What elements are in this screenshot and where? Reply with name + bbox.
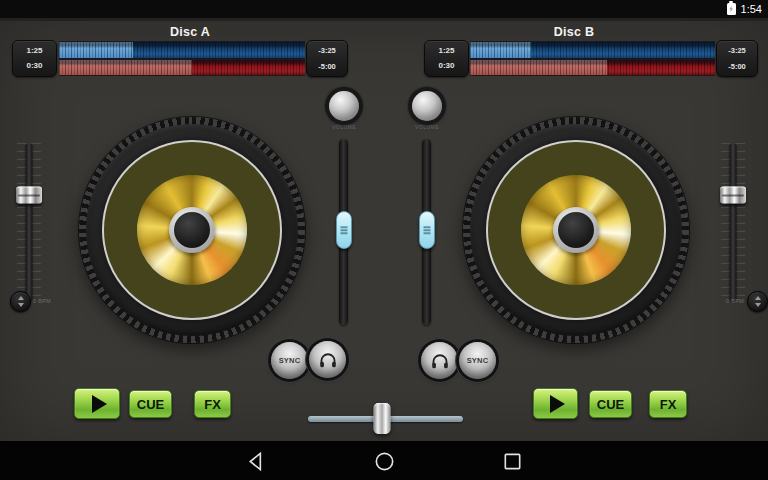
deck-a-title: Disc A xyxy=(110,25,270,39)
deck-b-fx-button[interactable]: FX xyxy=(649,390,687,418)
deck-b-spindle xyxy=(558,212,594,248)
deck-b-sync-label: SYNC xyxy=(467,356,489,365)
nav-back-button[interactable] xyxy=(244,449,268,473)
deck-a-volume-knob-label: VOLUME xyxy=(324,124,364,130)
deck-a-sync-label: SYNC xyxy=(279,356,301,365)
deck-a-pitch-slider[interactable] xyxy=(17,143,41,301)
deck-a-play-button[interactable] xyxy=(74,388,120,419)
deck-a-elapsed-time-display: 1:25 0:30 xyxy=(12,40,57,77)
deck-a-bpm-label: 0 BPM xyxy=(33,298,51,304)
deck-a-spindle xyxy=(174,212,210,248)
android-nav-bar xyxy=(0,441,768,480)
deck-b-volume-knob[interactable] xyxy=(412,91,442,121)
deck-b-disc-label-ring xyxy=(486,140,666,320)
deck-a-pitch-track xyxy=(26,143,33,301)
crossfader-handle[interactable] xyxy=(374,403,391,434)
deck-a-pitch-bend-button[interactable] xyxy=(10,291,31,312)
deck-b-volume-knob-label: VOLUME xyxy=(407,124,447,130)
play-triangle-icon xyxy=(550,395,565,413)
deck-b-volume-slider-handle[interactable] xyxy=(419,211,435,249)
deck-b-jog-wheel[interactable] xyxy=(463,117,689,343)
deck-b-sync-button[interactable]: SYNC xyxy=(459,342,496,379)
deck-b-elapsed-bottom: 0:30 xyxy=(438,62,454,70)
home-circle-icon xyxy=(373,450,396,473)
deck-b-bpm-label: 0 BPM xyxy=(710,298,744,304)
deck-a-pitch-handle[interactable] xyxy=(16,187,42,204)
chevron-up-icon xyxy=(755,296,761,300)
deck-b-platter xyxy=(470,124,682,336)
deck-b-remaining-time-display: -3:25 -5:00 xyxy=(716,40,758,77)
mixer-surface: Disc A Disc B 1:25 0:30 -3:25 -5:00 1:25… xyxy=(0,21,768,441)
nav-recents-button[interactable] xyxy=(500,449,524,473)
deck-a-waveform-top-played xyxy=(59,42,133,58)
deck-b-pitch-handle[interactable] xyxy=(720,187,746,204)
battery-charging-icon xyxy=(727,3,736,15)
deck-b-volume-slider[interactable] xyxy=(422,139,431,325)
deck-a-remaining-time-display: -3:25 -5:00 xyxy=(306,40,348,77)
deck-a-elapsed-bottom: 0:30 xyxy=(26,62,42,70)
deck-a-volume-slider-handle[interactable] xyxy=(336,211,352,249)
recents-square-icon xyxy=(501,450,524,473)
deck-a-remaining-bottom: -5:00 xyxy=(318,63,336,71)
crossfader[interactable] xyxy=(308,403,463,434)
deck-b-title: Disc B xyxy=(494,25,654,39)
deck-b-waveform-top-played xyxy=(470,42,531,58)
deck-b-play-button[interactable] xyxy=(533,388,578,419)
deck-b-headphones-button[interactable] xyxy=(421,342,458,379)
deck-b-pitch-track xyxy=(730,143,737,301)
back-triangle-icon xyxy=(245,450,268,473)
deck-a-volume-slider[interactable] xyxy=(339,139,348,325)
deck-b-pitch-bend-button[interactable] xyxy=(747,291,768,312)
chevron-down-icon xyxy=(755,303,761,307)
deck-a-disc-label-ring xyxy=(102,140,282,320)
chevron-down-icon xyxy=(18,303,24,307)
status-clock: 1:54 xyxy=(741,3,762,15)
deck-a-sync-button[interactable]: SYNC xyxy=(271,342,308,379)
deck-b-waveform[interactable] xyxy=(470,41,715,76)
deck-b-waveform-bottom-played xyxy=(470,60,607,76)
deck-b-waveform-bottom xyxy=(470,60,715,76)
deck-a-cue-button[interactable]: CUE xyxy=(129,390,172,418)
headphones-icon xyxy=(318,351,338,369)
deck-a-remaining-top: -3:25 xyxy=(318,47,336,55)
deck-a-platter xyxy=(86,124,298,336)
deck-a-jog-wheel[interactable] xyxy=(79,117,305,343)
deck-b-elapsed-time-display: 1:25 0:30 xyxy=(424,40,469,77)
deck-a-waveform-bottom-played xyxy=(59,60,192,76)
deck-b-waveform-top xyxy=(470,42,715,58)
deck-a-waveform-top xyxy=(59,42,305,58)
status-bar: 1:54 xyxy=(0,0,768,18)
deck-b-remaining-bottom: -5:00 xyxy=(728,63,746,71)
deck-b-remaining-top: -3:25 xyxy=(728,47,746,55)
deck-a-waveform-bottom xyxy=(59,60,305,76)
deck-a-volume-knob[interactable] xyxy=(329,91,359,121)
chevron-up-icon xyxy=(18,296,24,300)
nav-home-button[interactable] xyxy=(372,449,396,473)
deck-a-fx-button[interactable]: FX xyxy=(194,390,231,418)
deck-b-cue-button[interactable]: CUE xyxy=(589,390,632,418)
play-triangle-icon xyxy=(92,395,107,413)
deck-b-elapsed-top: 1:25 xyxy=(438,47,454,55)
deck-a-waveform[interactable] xyxy=(59,41,305,76)
dj-mixer-app-screen: 1:54 Disc A Disc B 1:25 0:30 -3:25 -5:00… xyxy=(0,0,768,480)
deck-a-elapsed-top: 1:25 xyxy=(26,47,42,55)
deck-a-headphones-button[interactable] xyxy=(309,341,346,378)
headphones-icon xyxy=(430,352,450,370)
deck-b-pitch-slider[interactable] xyxy=(721,143,745,301)
